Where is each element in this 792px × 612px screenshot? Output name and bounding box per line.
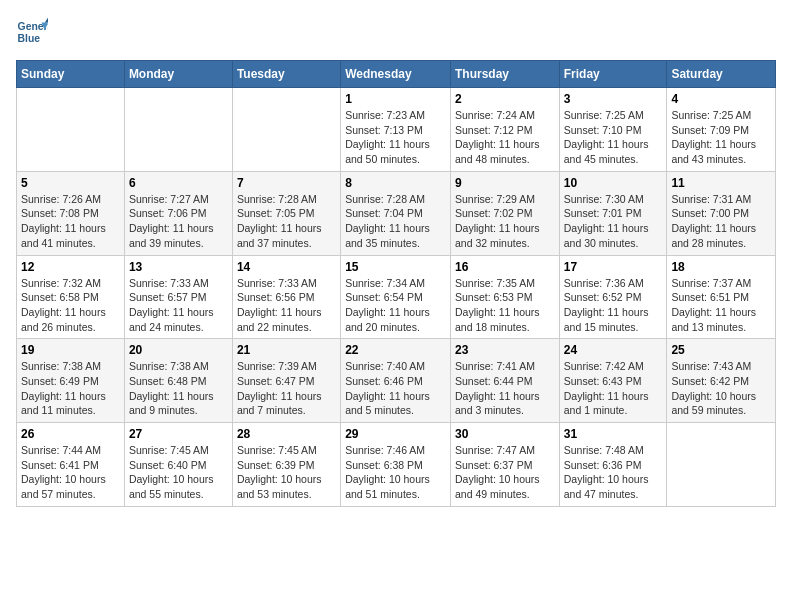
calendar-cell: 9Sunrise: 7:29 AM Sunset: 7:02 PM Daylig… bbox=[450, 171, 559, 255]
day-number: 4 bbox=[671, 92, 771, 106]
day-number: 19 bbox=[21, 343, 120, 357]
day-number: 15 bbox=[345, 260, 446, 274]
day-number: 13 bbox=[129, 260, 228, 274]
weekday-header-row: SundayMondayTuesdayWednesdayThursdayFrid… bbox=[17, 61, 776, 88]
calendar-cell: 16Sunrise: 7:35 AM Sunset: 6:53 PM Dayli… bbox=[450, 255, 559, 339]
day-number: 7 bbox=[237, 176, 336, 190]
day-info: Sunrise: 7:42 AM Sunset: 6:43 PM Dayligh… bbox=[564, 359, 663, 418]
day-number: 25 bbox=[671, 343, 771, 357]
day-number: 8 bbox=[345, 176, 446, 190]
calendar-week-3: 12Sunrise: 7:32 AM Sunset: 6:58 PM Dayli… bbox=[17, 255, 776, 339]
weekday-header-monday: Monday bbox=[124, 61, 232, 88]
weekday-header-wednesday: Wednesday bbox=[341, 61, 451, 88]
logo: General Blue bbox=[16, 16, 48, 48]
day-number: 26 bbox=[21, 427, 120, 441]
calendar-cell: 5Sunrise: 7:26 AM Sunset: 7:08 PM Daylig… bbox=[17, 171, 125, 255]
weekday-header-saturday: Saturday bbox=[667, 61, 776, 88]
calendar-cell: 27Sunrise: 7:45 AM Sunset: 6:40 PM Dayli… bbox=[124, 423, 232, 507]
day-info: Sunrise: 7:30 AM Sunset: 7:01 PM Dayligh… bbox=[564, 192, 663, 251]
day-info: Sunrise: 7:28 AM Sunset: 7:05 PM Dayligh… bbox=[237, 192, 336, 251]
calendar-cell: 11Sunrise: 7:31 AM Sunset: 7:00 PM Dayli… bbox=[667, 171, 776, 255]
day-info: Sunrise: 7:34 AM Sunset: 6:54 PM Dayligh… bbox=[345, 276, 446, 335]
calendar-week-5: 26Sunrise: 7:44 AM Sunset: 6:41 PM Dayli… bbox=[17, 423, 776, 507]
day-info: Sunrise: 7:43 AM Sunset: 6:42 PM Dayligh… bbox=[671, 359, 771, 418]
weekday-header-sunday: Sunday bbox=[17, 61, 125, 88]
day-info: Sunrise: 7:27 AM Sunset: 7:06 PM Dayligh… bbox=[129, 192, 228, 251]
calendar-table: SundayMondayTuesdayWednesdayThursdayFrid… bbox=[16, 60, 776, 507]
day-number: 28 bbox=[237, 427, 336, 441]
calendar-cell: 10Sunrise: 7:30 AM Sunset: 7:01 PM Dayli… bbox=[559, 171, 667, 255]
day-info: Sunrise: 7:33 AM Sunset: 6:57 PM Dayligh… bbox=[129, 276, 228, 335]
calendar-week-1: 1Sunrise: 7:23 AM Sunset: 7:13 PM Daylig… bbox=[17, 88, 776, 172]
day-number: 9 bbox=[455, 176, 555, 190]
day-number: 14 bbox=[237, 260, 336, 274]
day-number: 10 bbox=[564, 176, 663, 190]
calendar-cell: 8Sunrise: 7:28 AM Sunset: 7:04 PM Daylig… bbox=[341, 171, 451, 255]
page-header: General Blue bbox=[16, 16, 776, 48]
day-number: 11 bbox=[671, 176, 771, 190]
calendar-cell: 17Sunrise: 7:36 AM Sunset: 6:52 PM Dayli… bbox=[559, 255, 667, 339]
day-info: Sunrise: 7:23 AM Sunset: 7:13 PM Dayligh… bbox=[345, 108, 446, 167]
day-info: Sunrise: 7:36 AM Sunset: 6:52 PM Dayligh… bbox=[564, 276, 663, 335]
day-number: 6 bbox=[129, 176, 228, 190]
weekday-header-friday: Friday bbox=[559, 61, 667, 88]
day-info: Sunrise: 7:45 AM Sunset: 6:40 PM Dayligh… bbox=[129, 443, 228, 502]
calendar-week-2: 5Sunrise: 7:26 AM Sunset: 7:08 PM Daylig… bbox=[17, 171, 776, 255]
day-number: 30 bbox=[455, 427, 555, 441]
day-number: 1 bbox=[345, 92, 446, 106]
svg-text:Blue: Blue bbox=[18, 33, 41, 44]
day-info: Sunrise: 7:38 AM Sunset: 6:48 PM Dayligh… bbox=[129, 359, 228, 418]
calendar-cell: 15Sunrise: 7:34 AM Sunset: 6:54 PM Dayli… bbox=[341, 255, 451, 339]
calendar-cell: 22Sunrise: 7:40 AM Sunset: 6:46 PM Dayli… bbox=[341, 339, 451, 423]
calendar-cell: 7Sunrise: 7:28 AM Sunset: 7:05 PM Daylig… bbox=[232, 171, 340, 255]
day-info: Sunrise: 7:39 AM Sunset: 6:47 PM Dayligh… bbox=[237, 359, 336, 418]
day-number: 20 bbox=[129, 343, 228, 357]
day-number: 18 bbox=[671, 260, 771, 274]
day-info: Sunrise: 7:41 AM Sunset: 6:44 PM Dayligh… bbox=[455, 359, 555, 418]
day-info: Sunrise: 7:45 AM Sunset: 6:39 PM Dayligh… bbox=[237, 443, 336, 502]
calendar-cell: 20Sunrise: 7:38 AM Sunset: 6:48 PM Dayli… bbox=[124, 339, 232, 423]
calendar-cell bbox=[232, 88, 340, 172]
day-info: Sunrise: 7:44 AM Sunset: 6:41 PM Dayligh… bbox=[21, 443, 120, 502]
day-info: Sunrise: 7:48 AM Sunset: 6:36 PM Dayligh… bbox=[564, 443, 663, 502]
calendar-cell bbox=[17, 88, 125, 172]
calendar-cell: 18Sunrise: 7:37 AM Sunset: 6:51 PM Dayli… bbox=[667, 255, 776, 339]
day-number: 17 bbox=[564, 260, 663, 274]
calendar-cell: 13Sunrise: 7:33 AM Sunset: 6:57 PM Dayli… bbox=[124, 255, 232, 339]
calendar-cell: 2Sunrise: 7:24 AM Sunset: 7:12 PM Daylig… bbox=[450, 88, 559, 172]
calendar-cell: 30Sunrise: 7:47 AM Sunset: 6:37 PM Dayli… bbox=[450, 423, 559, 507]
calendar-cell: 19Sunrise: 7:38 AM Sunset: 6:49 PM Dayli… bbox=[17, 339, 125, 423]
day-number: 23 bbox=[455, 343, 555, 357]
calendar-cell: 28Sunrise: 7:45 AM Sunset: 6:39 PM Dayli… bbox=[232, 423, 340, 507]
day-number: 21 bbox=[237, 343, 336, 357]
calendar-cell: 4Sunrise: 7:25 AM Sunset: 7:09 PM Daylig… bbox=[667, 88, 776, 172]
day-info: Sunrise: 7:37 AM Sunset: 6:51 PM Dayligh… bbox=[671, 276, 771, 335]
day-info: Sunrise: 7:24 AM Sunset: 7:12 PM Dayligh… bbox=[455, 108, 555, 167]
calendar-cell bbox=[667, 423, 776, 507]
calendar-cell bbox=[124, 88, 232, 172]
day-info: Sunrise: 7:33 AM Sunset: 6:56 PM Dayligh… bbox=[237, 276, 336, 335]
day-info: Sunrise: 7:32 AM Sunset: 6:58 PM Dayligh… bbox=[21, 276, 120, 335]
day-info: Sunrise: 7:35 AM Sunset: 6:53 PM Dayligh… bbox=[455, 276, 555, 335]
day-number: 22 bbox=[345, 343, 446, 357]
day-number: 16 bbox=[455, 260, 555, 274]
day-number: 31 bbox=[564, 427, 663, 441]
calendar-cell: 1Sunrise: 7:23 AM Sunset: 7:13 PM Daylig… bbox=[341, 88, 451, 172]
day-info: Sunrise: 7:31 AM Sunset: 7:00 PM Dayligh… bbox=[671, 192, 771, 251]
calendar-cell: 26Sunrise: 7:44 AM Sunset: 6:41 PM Dayli… bbox=[17, 423, 125, 507]
day-info: Sunrise: 7:46 AM Sunset: 6:38 PM Dayligh… bbox=[345, 443, 446, 502]
day-number: 3 bbox=[564, 92, 663, 106]
calendar-cell: 23Sunrise: 7:41 AM Sunset: 6:44 PM Dayli… bbox=[450, 339, 559, 423]
weekday-header-tuesday: Tuesday bbox=[232, 61, 340, 88]
calendar-cell: 31Sunrise: 7:48 AM Sunset: 6:36 PM Dayli… bbox=[559, 423, 667, 507]
day-info: Sunrise: 7:29 AM Sunset: 7:02 PM Dayligh… bbox=[455, 192, 555, 251]
day-number: 2 bbox=[455, 92, 555, 106]
day-number: 29 bbox=[345, 427, 446, 441]
calendar-cell: 6Sunrise: 7:27 AM Sunset: 7:06 PM Daylig… bbox=[124, 171, 232, 255]
calendar-cell: 21Sunrise: 7:39 AM Sunset: 6:47 PM Dayli… bbox=[232, 339, 340, 423]
day-info: Sunrise: 7:28 AM Sunset: 7:04 PM Dayligh… bbox=[345, 192, 446, 251]
day-info: Sunrise: 7:47 AM Sunset: 6:37 PM Dayligh… bbox=[455, 443, 555, 502]
day-number: 24 bbox=[564, 343, 663, 357]
day-info: Sunrise: 7:25 AM Sunset: 7:09 PM Dayligh… bbox=[671, 108, 771, 167]
day-number: 5 bbox=[21, 176, 120, 190]
